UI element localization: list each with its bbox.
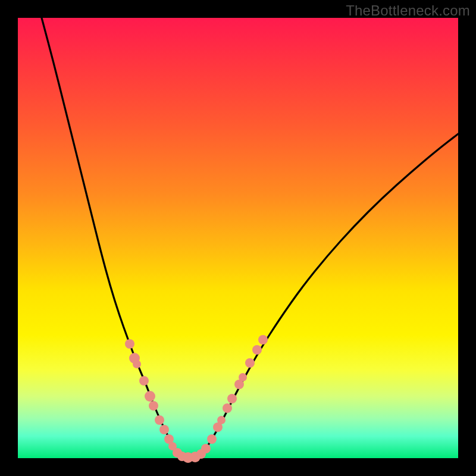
data-marker <box>207 434 217 444</box>
data-marker <box>239 373 247 381</box>
data-marker <box>159 425 169 434</box>
data-marker <box>223 403 232 413</box>
data-marker <box>227 394 237 403</box>
data-marker <box>258 335 268 345</box>
chart-plot-area <box>18 18 458 458</box>
marker-group <box>125 335 268 463</box>
data-marker <box>252 345 262 355</box>
chart-frame: TheBottleneck.com <box>0 0 476 476</box>
chart-svg <box>18 18 458 458</box>
data-marker <box>133 360 141 368</box>
data-marker <box>145 391 155 402</box>
data-marker <box>217 416 226 424</box>
bottleneck-curve <box>42 18 458 458</box>
data-marker <box>139 376 149 386</box>
data-marker <box>155 415 164 425</box>
watermark-text: TheBottleneck.com <box>346 2 470 19</box>
data-marker <box>125 339 134 349</box>
data-marker <box>201 444 211 453</box>
data-marker <box>245 358 255 368</box>
data-marker <box>149 401 158 411</box>
curve-group <box>42 18 458 458</box>
